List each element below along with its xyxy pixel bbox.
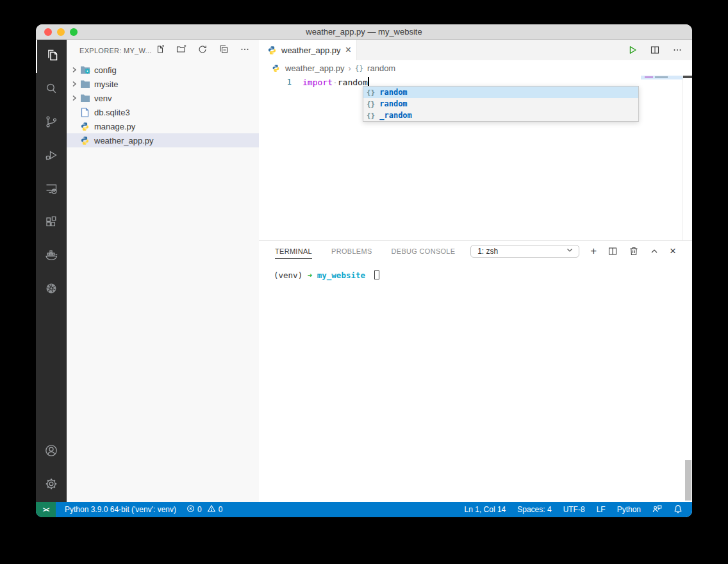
maximize-panel-icon[interactable]: [650, 247, 659, 256]
tree-item-label: venv: [94, 94, 112, 103]
kubernetes-icon: [44, 281, 59, 299]
activitybar-kubernetes[interactable]: [36, 273, 67, 306]
activitybar-accounts[interactable]: [36, 435, 67, 469]
python-interpreter-status[interactable]: Python 3.9.0 64-bit ('venv': venv): [56, 505, 181, 514]
remote-icon: ><: [43, 506, 49, 513]
tree-item-label: manage.py: [94, 122, 135, 131]
breadcrumb-file[interactable]: weather_app.py: [285, 63, 345, 73]
activitybar-run-debug[interactable]: [36, 140, 67, 173]
search-icon: [44, 81, 59, 99]
split-terminal-icon[interactable]: [608, 246, 618, 256]
new-folder-icon[interactable]: [176, 44, 186, 57]
run-debug-icon: [44, 147, 59, 165]
tree-item-label: weather_app.py: [94, 136, 154, 145]
indentation-label: Spaces: 4: [517, 505, 551, 514]
new-file-icon[interactable]: [155, 44, 165, 57]
eol-label: LF: [597, 505, 606, 514]
python-file-icon: [267, 45, 277, 55]
tree-item-weather-app-py[interactable]: weather_app.py: [67, 133, 259, 147]
tree-item-mysite[interactable]: mysite: [67, 77, 259, 91]
terminal-scrollbar-thumb[interactable]: [685, 460, 691, 501]
minimap-divider: [682, 76, 683, 240]
split-editor-icon[interactable]: [650, 45, 660, 55]
activitybar-remote-explorer[interactable]: [36, 173, 67, 206]
terminal-cursor: [374, 270, 379, 279]
error-icon: [186, 504, 195, 515]
docker-icon: [44, 247, 59, 265]
tab-label: weather_app.py: [281, 46, 341, 55]
cursor-position-status[interactable]: Ln 1, Col 14: [459, 505, 512, 514]
new-terminal-button[interactable]: +: [590, 245, 597, 256]
close-panel-icon[interactable]: ×: [670, 245, 676, 256]
more-actions-icon[interactable]: [672, 45, 682, 55]
tab-debug-console[interactable]: DEBUG CONSOLE: [392, 243, 456, 259]
activitybar-explorer[interactable]: [36, 40, 67, 73]
code-editor[interactable]: 1 import·random {} random {} random: [259, 76, 692, 240]
suggest-label: _random: [379, 111, 412, 120]
suggest-item[interactable]: {} random: [363, 98, 638, 110]
close-window-button[interactable]: [44, 28, 52, 36]
tab-problems[interactable]: PROBLEMS: [331, 243, 372, 259]
zoom-window-button[interactable]: [70, 28, 78, 36]
tree-item-db-sqlite3[interactable]: db.sqlite3: [67, 105, 259, 119]
terminal-shell-select[interactable]: 1: zsh: [470, 245, 579, 258]
symbol-module-icon: {}: [367, 112, 375, 120]
activitybar-docker[interactable]: [36, 240, 67, 273]
encoding-label: UTF-8: [563, 505, 585, 514]
cursor-position-label: Ln 1, Col 14: [465, 505, 506, 514]
breadcrumb-symbol[interactable]: random: [367, 63, 395, 73]
remote-indicator[interactable]: ><: [36, 502, 56, 517]
encoding-status[interactable]: UTF-8: [558, 505, 591, 514]
vscode-window: weather_app.py — my_website: [36, 24, 692, 517]
suggest-item[interactable]: {} random: [363, 87, 638, 98]
notifications-status[interactable]: [668, 504, 688, 515]
feedback-icon: [652, 504, 662, 515]
tree-item-venv[interactable]: venv: [67, 91, 259, 105]
terminal-prompt-arrow: ➜: [308, 270, 313, 280]
whitespace-dot: ·: [333, 78, 338, 87]
feedback-status[interactable]: [647, 504, 668, 515]
refresh-icon[interactable]: [197, 44, 208, 57]
tree-item-config[interactable]: config: [67, 63, 259, 77]
terminal[interactable]: (venv) ➜ my_website: [259, 261, 692, 502]
breadcrumb: weather_app.py › {} random: [259, 60, 692, 76]
tree-item-label: config: [94, 65, 117, 75]
sidebar-explorer: EXPLORER: MY_W... config: [67, 40, 259, 502]
activitybar-search[interactable]: [36, 73, 67, 106]
folder-config-icon: [79, 65, 90, 75]
tab-close-icon[interactable]: ×: [345, 45, 351, 55]
suggest-item[interactable]: {} _random: [363, 110, 638, 121]
collapse-folders-icon[interactable]: [219, 44, 229, 57]
kill-terminal-icon[interactable]: [629, 246, 639, 256]
python-file-icon: [270, 63, 281, 73]
explorer-icon: [44, 47, 60, 65]
tab-weather-app-py[interactable]: weather_app.py ×: [259, 40, 357, 60]
indentation-status[interactable]: Spaces: 4: [511, 505, 557, 514]
terminal-cwd: my_website: [317, 270, 365, 280]
suggest-widget: {} random {} random {} _random: [363, 86, 639, 122]
activitybar-settings[interactable]: [36, 469, 67, 502]
folder-icon: [79, 79, 90, 89]
more-actions-icon[interactable]: [240, 44, 250, 57]
tree-item-label: mysite: [94, 79, 119, 89]
tree-item-manage-py[interactable]: manage.py: [67, 119, 259, 133]
editor-group: weather_app.py × weather_app.py › {} ran…: [259, 40, 692, 502]
suggest-label: random: [379, 99, 407, 108]
symbol-module-icon: {}: [367, 100, 375, 108]
tree-item-label: db.sqlite3: [94, 108, 130, 117]
tab-terminal[interactable]: TERMINAL: [275, 243, 312, 259]
activitybar-source-control[interactable]: [36, 106, 67, 140]
terminal-venv: (venv): [274, 270, 302, 280]
activitybar-extensions[interactable]: [36, 206, 67, 240]
run-python-file-button[interactable]: [627, 45, 638, 55]
minimap[interactable]: [641, 76, 682, 79]
minimize-window-button[interactable]: [57, 28, 65, 36]
language-mode-status[interactable]: Python: [611, 505, 647, 514]
shell-select-value: 1: zsh: [477, 247, 498, 256]
python-file-icon: [79, 121, 90, 131]
problems-status[interactable]: 0 0: [181, 504, 228, 515]
traffic-lights: [44, 28, 78, 36]
account-icon: [44, 443, 59, 461]
eol-status[interactable]: LF: [591, 505, 611, 514]
interpreter-label: Python 3.9.0 64-bit ('venv': venv): [65, 505, 176, 514]
